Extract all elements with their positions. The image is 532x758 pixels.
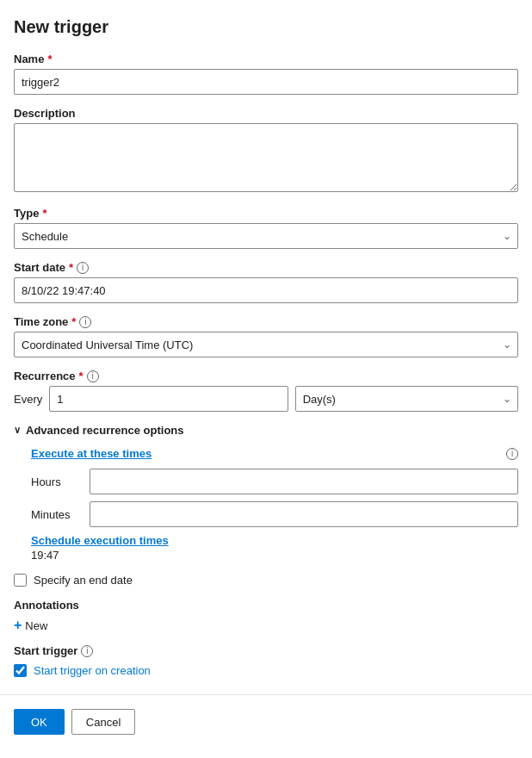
- every-label: Every: [14, 393, 42, 406]
- description-label: Description: [14, 107, 518, 120]
- execute-times-info-icon[interactable]: i: [506, 448, 518, 460]
- recurrence-unit-select[interactable]: Minute(s) Hour(s) Day(s) Week(s) Month(s…: [295, 386, 518, 412]
- start-date-label: Start date * i: [14, 261, 518, 274]
- type-label: Type *: [14, 207, 518, 220]
- annotations-section: Annotations + New: [14, 599, 518, 632]
- type-required-star: *: [42, 207, 46, 220]
- time-zone-field-group: Time zone * i Coordinated Universal Time…: [14, 315, 518, 357]
- name-required-star: *: [47, 53, 52, 65]
- specify-end-date-checkbox[interactable]: [14, 574, 27, 587]
- schedule-times-block: Schedule execution times 19:47: [31, 534, 518, 562]
- execute-times-row: Execute at these times i: [31, 447, 518, 460]
- footer-buttons: OK Cancel: [0, 695, 532, 749]
- new-button-label: New: [25, 619, 47, 632]
- specify-end-date-row: Specify an end date: [14, 574, 518, 587]
- annotations-title: Annotations: [14, 599, 518, 612]
- recurrence-field-group: Recurrence * i Every Minute(s) Hour(s) D…: [14, 370, 518, 412]
- start-date-info-icon[interactable]: i: [77, 262, 89, 274]
- start-trigger-checkbox[interactable]: [14, 664, 27, 677]
- start-trigger-section: Start trigger i Start trigger on creatio…: [14, 644, 518, 677]
- time-zone-label: Time zone * i: [14, 315, 518, 328]
- cancel-button[interactable]: Cancel: [71, 709, 135, 735]
- recurrence-row: Every Minute(s) Hour(s) Day(s) Week(s) M…: [14, 386, 518, 412]
- type-select[interactable]: Schedule Tumbling window Event: [14, 223, 518, 249]
- recurrence-required-star: *: [79, 370, 84, 382]
- start-trigger-label: Start trigger i: [14, 644, 518, 657]
- execute-times-link[interactable]: Execute at these times: [31, 447, 152, 460]
- minutes-label: Minutes: [31, 508, 83, 521]
- hours-input[interactable]: [90, 469, 518, 494]
- schedule-times-link[interactable]: Schedule execution times: [31, 534, 169, 547]
- time-zone-select[interactable]: Coordinated Universal Time (UTC) Eastern…: [14, 332, 518, 357]
- time-zone-select-wrapper: Coordinated Universal Time (UTC) Eastern…: [14, 332, 518, 357]
- time-zone-info-icon[interactable]: i: [79, 316, 91, 328]
- recurrence-info-icon[interactable]: i: [87, 370, 99, 382]
- minutes-row: Minutes: [31, 501, 518, 527]
- advanced-content: Execute at these times i Hours Minutes S…: [14, 447, 518, 562]
- minutes-input[interactable]: [90, 501, 518, 527]
- page-title: New trigger: [14, 17, 518, 37]
- start-trigger-info-icon[interactable]: i: [81, 645, 93, 657]
- description-textarea[interactable]: [14, 123, 518, 192]
- start-date-input[interactable]: [14, 277, 518, 303]
- type-select-wrapper: Schedule Tumbling window Event ⌄: [14, 223, 518, 249]
- name-input[interactable]: [14, 69, 518, 95]
- name-label: Name *: [14, 53, 518, 65]
- recurrence-number-input[interactable]: [49, 386, 288, 412]
- recurrence-label: Recurrence * i: [14, 370, 518, 382]
- advanced-chevron-icon: ∨: [14, 425, 21, 436]
- specify-end-date-label: Specify an end date: [34, 574, 133, 587]
- hours-label: Hours: [31, 475, 83, 488]
- hours-row: Hours: [31, 469, 518, 494]
- advanced-section: ∨ Advanced recurrence options Execute at…: [14, 424, 518, 562]
- description-field-group: Description: [14, 107, 518, 195]
- name-field-group: Name *: [14, 53, 518, 95]
- plus-icon: +: [14, 618, 22, 632]
- schedule-time-value: 19:47: [31, 549, 518, 562]
- advanced-toggle-label: Advanced recurrence options: [26, 424, 184, 437]
- time-zone-required-star: *: [71, 315, 76, 328]
- start-date-required-star: *: [69, 261, 73, 274]
- ok-button[interactable]: OK: [14, 709, 65, 735]
- advanced-toggle[interactable]: ∨ Advanced recurrence options: [14, 424, 518, 437]
- type-field-group: Type * Schedule Tumbling window Event ⌄: [14, 207, 518, 249]
- start-trigger-checkbox-label: Start trigger on creation: [34, 664, 151, 677]
- new-annotation-button[interactable]: + New: [14, 618, 47, 632]
- recurrence-unit-select-wrapper: Minute(s) Hour(s) Day(s) Week(s) Month(s…: [295, 386, 518, 412]
- start-date-field-group: Start date * i: [14, 261, 518, 303]
- start-trigger-checkbox-row: Start trigger on creation: [14, 664, 518, 677]
